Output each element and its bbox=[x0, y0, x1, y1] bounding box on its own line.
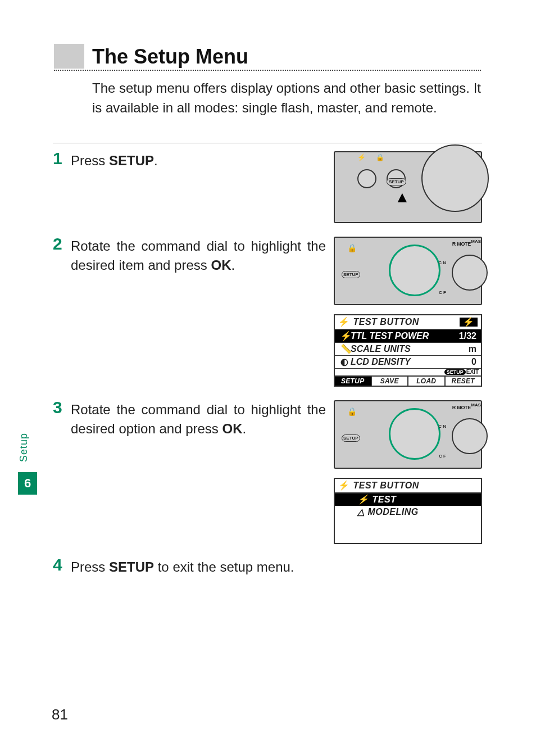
section-label: Setup bbox=[18, 433, 30, 462]
scale-icon: 📏 bbox=[340, 345, 351, 354]
remote-label: R MOTE bbox=[452, 241, 471, 247]
intro-text: The setup menu offers display options an… bbox=[92, 79, 481, 118]
step-1: 1 Press SETUP. ⚡ 🔒 SETUP ▲ bbox=[53, 151, 482, 223]
step-number: 2 bbox=[53, 234, 71, 387]
lock-icon: 🔒 bbox=[376, 153, 384, 161]
off-label: C F bbox=[439, 290, 446, 295]
lcd-title: TEST BUTTON bbox=[353, 481, 419, 490]
step-number: 3 bbox=[53, 398, 71, 544]
step-text: Rotate the command dial to highlight the… bbox=[71, 400, 334, 544]
step-text: Press SETUP. bbox=[71, 151, 334, 223]
lcd-footer: SETUP SAVE LOAD RESET bbox=[335, 377, 481, 386]
master-label: MAS bbox=[471, 402, 481, 408]
step-4: 4 Press SETUP to exit the setup menu. bbox=[53, 558, 482, 577]
step-2: 2 Rotate the command dial to highlight t… bbox=[53, 237, 482, 387]
flash-icon: ⚡ bbox=[460, 318, 478, 327]
lcd-setup-menu: ⚡ TEST BUTTON ⚡ ⚡ TTL TEST POWER 1/32 📏 … bbox=[334, 314, 482, 387]
lock-icon: 🔒 bbox=[347, 407, 357, 416]
heading-block: The Setup Menu The setup menu offers dis… bbox=[54, 44, 481, 118]
lock-icon: 🔒 bbox=[347, 243, 357, 252]
power-dial bbox=[452, 418, 488, 454]
foot-save: SAVE bbox=[372, 377, 409, 386]
device-illustration-dial: 🔒 SETUP R MOTE MAS C N C F bbox=[334, 400, 482, 469]
step-text: Rotate the command dial to highlight the… bbox=[71, 237, 334, 387]
flash-icon: ⚡ bbox=[357, 495, 369, 504]
chapter-number: 6 bbox=[18, 472, 37, 495]
modeling-icon: △ bbox=[357, 508, 365, 517]
menu-row-lcd-density: ◐ LCD DENSITY 0 bbox=[335, 356, 481, 369]
flash-button bbox=[357, 169, 376, 188]
page-title: The Setup Menu bbox=[92, 45, 248, 69]
on-label: C N bbox=[438, 260, 446, 265]
option-test: ⚡ TEST bbox=[335, 494, 481, 506]
setup-label: SETUP bbox=[387, 178, 406, 185]
step-text: Press SETUP to exit the setup menu. bbox=[71, 558, 482, 577]
off-label: C F bbox=[439, 454, 446, 459]
step-number: 4 bbox=[53, 555, 71, 577]
up-arrow-icon: ▲ bbox=[394, 188, 410, 206]
option-modeling: △ MODELING bbox=[335, 506, 481, 518]
setup-label: SETUP bbox=[342, 434, 360, 442]
setup-label: SETUP bbox=[342, 271, 360, 278]
remote-label: R MOTE bbox=[452, 405, 471, 410]
power-dial bbox=[452, 255, 488, 291]
exit-hint: SETUPEXIT bbox=[335, 369, 481, 377]
side-tab: Setup 6 bbox=[18, 433, 37, 495]
on-label: C N bbox=[438, 424, 446, 429]
contrast-icon: ◐ bbox=[340, 357, 351, 366]
flash-icon: ⚡ bbox=[357, 153, 366, 161]
flash-icon: ⚡ bbox=[338, 318, 350, 327]
flash-icon: ⚡ bbox=[338, 481, 350, 490]
command-dial-highlight bbox=[389, 408, 440, 460]
command-dial-highlight bbox=[389, 245, 440, 296]
lcd-title: TEST BUTTON bbox=[353, 318, 419, 327]
foot-load: LOAD bbox=[408, 377, 446, 386]
heading-underline bbox=[54, 70, 481, 71]
menu-row-scale-units: 📏 SCALE UNITS m bbox=[335, 343, 481, 356]
device-illustration-setup-button: ⚡ 🔒 SETUP ▲ bbox=[334, 151, 482, 223]
step-number: 1 bbox=[53, 149, 71, 223]
step-3: 3 Rotate the command dial to highlight t… bbox=[53, 400, 482, 544]
page-number: 81 bbox=[52, 706, 68, 723]
heading-marker bbox=[54, 44, 84, 69]
master-label: MAS bbox=[471, 239, 481, 244]
foot-setup: SETUP bbox=[335, 377, 372, 386]
menu-row-ttl-test-power: ⚡ TTL TEST POWER 1/32 bbox=[335, 330, 481, 343]
lcd-test-button-menu: ⚡ TEST BUTTON ⚡ TEST △ MODELING bbox=[334, 478, 482, 544]
command-dial bbox=[421, 144, 489, 212]
steps-list: 1 Press SETUP. ⚡ 🔒 SETUP ▲ bbox=[53, 143, 482, 590]
foot-reset: RESET bbox=[446, 377, 482, 386]
device-illustration-dial: 🔒 SETUP R MOTE MAS C N C F bbox=[334, 237, 482, 305]
flash-icon: ⚡ bbox=[340, 332, 351, 341]
